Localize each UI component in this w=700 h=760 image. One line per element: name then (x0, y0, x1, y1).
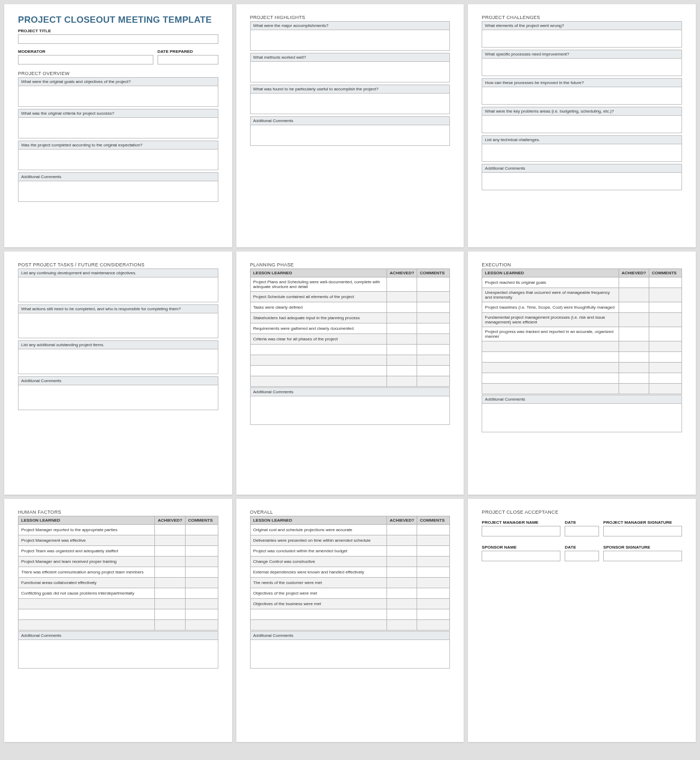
comments-cell[interactable] (417, 588, 450, 599)
achieved-cell[interactable] (155, 620, 185, 631)
overview-q1-input[interactable] (18, 86, 218, 107)
comments-cell[interactable] (185, 567, 218, 578)
post-q2-input[interactable] (18, 313, 218, 338)
comments-cell[interactable] (185, 620, 218, 631)
project-title-input[interactable] (18, 34, 218, 44)
comments-cell[interactable] (417, 609, 450, 620)
achieved-cell[interactable] (387, 620, 417, 631)
achieved-cell[interactable] (155, 567, 185, 578)
achieved-cell[interactable] (619, 363, 649, 373)
pm-date-input[interactable] (565, 526, 599, 536)
achieved-cell[interactable] (387, 345, 417, 355)
achieved-cell[interactable] (387, 557, 417, 567)
achieved-cell[interactable] (619, 313, 649, 327)
sp-date-input[interactable] (565, 551, 599, 561)
comments-cell[interactable] (417, 334, 450, 345)
achieved-cell[interactable] (387, 578, 417, 588)
achieved-cell[interactable] (619, 277, 649, 288)
comments-cell[interactable] (185, 557, 218, 567)
comments-cell[interactable] (185, 609, 218, 620)
post-q3-input[interactable] (18, 349, 218, 374)
achieved-cell[interactable] (387, 588, 417, 599)
comments-cell[interactable] (417, 599, 450, 609)
achieved-cell[interactable] (619, 327, 649, 341)
sp-name-input[interactable] (482, 551, 560, 561)
comments-cell[interactable] (185, 578, 218, 588)
achieved-cell[interactable] (155, 525, 185, 535)
achieved-cell[interactable] (619, 288, 649, 302)
achieved-cell[interactable] (387, 313, 417, 323)
comments-cell[interactable] (185, 535, 218, 546)
achieved-cell[interactable] (619, 373, 649, 384)
achieved-cell[interactable] (387, 292, 417, 302)
achieved-cell[interactable] (155, 546, 185, 557)
achieved-cell[interactable] (387, 277, 417, 292)
comments-cell[interactable] (649, 313, 681, 327)
achieved-cell[interactable] (155, 578, 185, 588)
achieved-cell[interactable] (155, 557, 185, 567)
overview-q2-input[interactable] (18, 117, 218, 138)
achieved-cell[interactable] (155, 588, 185, 599)
comments-cell[interactable] (417, 376, 450, 387)
comments-cell[interactable] (185, 588, 218, 599)
challenges-q3-input[interactable] (482, 87, 682, 105)
comments-cell[interactable] (417, 277, 450, 292)
achieved-cell[interactable] (155, 535, 185, 546)
overview-addl-input[interactable] (18, 181, 218, 202)
achieved-cell[interactable] (387, 599, 417, 609)
moderator-input[interactable] (18, 55, 153, 64)
challenges-addl-input[interactable] (482, 172, 682, 190)
comments-cell[interactable] (417, 302, 450, 313)
achieved-cell[interactable] (387, 376, 417, 387)
post-addl-input[interactable] (18, 385, 218, 410)
comments-cell[interactable] (185, 546, 218, 557)
comments-cell[interactable] (417, 292, 450, 302)
pm-sig-input[interactable] (603, 526, 682, 536)
comments-cell[interactable] (417, 557, 450, 567)
comments-cell[interactable] (417, 366, 450, 376)
achieved-cell[interactable] (155, 599, 185, 609)
overall-addl-input[interactable] (250, 639, 450, 669)
overview-q3-input[interactable] (18, 149, 218, 170)
highlights-addl-input[interactable] (250, 125, 450, 146)
highlights-q1-input[interactable] (250, 30, 450, 51)
highlights-q2-input[interactable] (250, 61, 450, 82)
comments-cell[interactable] (417, 567, 450, 578)
comments-cell[interactable] (417, 535, 450, 546)
comments-cell[interactable] (417, 345, 450, 355)
achieved-cell[interactable] (387, 355, 417, 366)
challenges-q2-input[interactable] (482, 58, 682, 76)
achieved-cell[interactable] (387, 334, 417, 345)
achieved-cell[interactable] (619, 341, 649, 352)
comments-cell[interactable] (649, 277, 681, 288)
comments-cell[interactable] (649, 341, 681, 352)
comments-cell[interactable] (417, 546, 450, 557)
achieved-cell[interactable] (387, 567, 417, 578)
date-prepared-input[interactable] (158, 55, 218, 64)
highlights-q3-input[interactable] (250, 93, 450, 114)
achieved-cell[interactable] (155, 609, 185, 620)
comments-cell[interactable] (417, 578, 450, 588)
achieved-cell[interactable] (387, 525, 417, 535)
comments-cell[interactable] (417, 525, 450, 535)
sp-sig-input[interactable] (603, 551, 682, 561)
achieved-cell[interactable] (387, 302, 417, 313)
comments-cell[interactable] (649, 352, 681, 363)
achieved-cell[interactable] (387, 609, 417, 620)
achieved-cell[interactable] (619, 302, 649, 313)
challenges-q5-input[interactable] (482, 144, 682, 162)
execution-addl-input[interactable] (482, 403, 682, 432)
achieved-cell[interactable] (387, 323, 417, 334)
comments-cell[interactable] (649, 302, 681, 313)
comments-cell[interactable] (649, 363, 681, 373)
achieved-cell[interactable] (387, 366, 417, 376)
challenges-q1-input[interactable] (482, 30, 682, 48)
comments-cell[interactable] (649, 288, 681, 302)
comments-cell[interactable] (649, 384, 681, 394)
achieved-cell[interactable] (387, 546, 417, 557)
comments-cell[interactable] (417, 620, 450, 631)
planning-addl-input[interactable] (250, 396, 450, 425)
achieved-cell[interactable] (387, 535, 417, 546)
achieved-cell[interactable] (619, 352, 649, 363)
challenges-q4-input[interactable] (482, 115, 682, 133)
